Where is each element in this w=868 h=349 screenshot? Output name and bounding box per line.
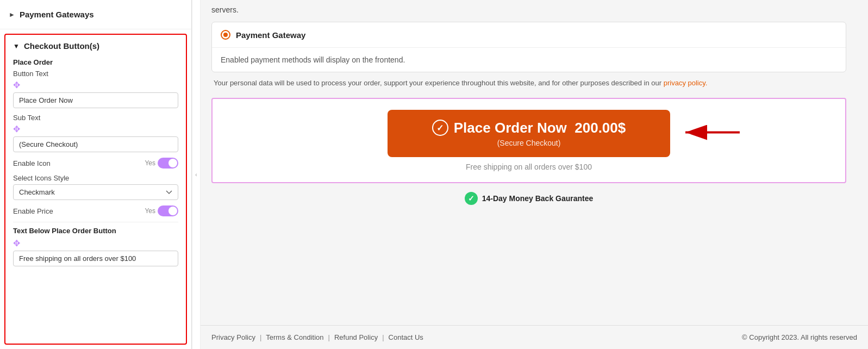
sidebar: ► Payment Gateways ▼ Checkout Button(s) … [0, 0, 192, 349]
text-below-title: Text Below Place Order Button [13, 227, 178, 235]
collapse-handle[interactable]: ‹ [192, 0, 201, 349]
money-back-text: 14-Day Money Back Gaurantee [482, 194, 594, 203]
privacy-link[interactable]: privacy policy. [664, 79, 708, 87]
enable-price-toggle[interactable]: Yes [145, 205, 178, 216]
drag-icon-2: ✥ [13, 124, 20, 134]
place-order-subtext: (Secure Checkout) [497, 139, 561, 147]
sub-text-input[interactable] [13, 136, 178, 152]
collapse-icon: ‹ [195, 172, 197, 178]
enable-price-switch[interactable] [158, 205, 178, 216]
footer: Privacy Policy | Terms & Condition | Ref… [201, 325, 868, 349]
green-check-icon: ✓ [465, 192, 478, 205]
enable-price-row: Enable Price Yes [13, 205, 178, 216]
radio-orange[interactable] [221, 30, 230, 40]
contact-us-link[interactable]: Contact Us [389, 333, 423, 341]
refund-policy-link[interactable]: Refund Policy [334, 333, 378, 341]
text-below-section: Text Below Place Order Button ✥ [13, 227, 178, 272]
enable-icon-toggle[interactable]: Yes [145, 158, 178, 169]
btn-wrapper: ✓ Place Order Now 200.00$ (Secure Checko… [388, 110, 670, 157]
sub-text-label: Sub Text [13, 114, 178, 122]
sep-3: | [382, 333, 384, 341]
personal-data-text: Your personal data will be used to proce… [211, 78, 846, 89]
enable-price-yes: Yes [145, 207, 155, 215]
place-order-label: Place Order [13, 58, 178, 66]
money-back-guarantee: ✓ 14-Day Money Back Gaurantee [211, 192, 846, 205]
free-shipping-text: Free shipping on all orders over $100 [466, 163, 592, 171]
place-order-main: ✓ Place Order Now 200.00$ [432, 120, 626, 136]
preview-area: ✓ Place Order Now 200.00$ (Secure Checko… [211, 98, 846, 183]
drag-icon: ✥ [13, 80, 20, 90]
enable-icon-row: Enable Icon Yes [13, 158, 178, 169]
place-order-text: Place Order Now 200.00$ [454, 120, 626, 136]
payment-gateways-header[interactable]: ► Payment Gateways [0, 0, 191, 29]
terms-condition-link[interactable]: Terms & Condition [266, 333, 323, 341]
footer-links: Privacy Policy | Terms & Condition | Ref… [211, 333, 423, 341]
arrow-down-icon: ▼ [13, 42, 20, 50]
arrow-indicator [681, 123, 741, 144]
sep-2: | [328, 333, 330, 341]
enable-price-label: Enable Price [13, 207, 53, 215]
button-text-label: Button Text [13, 70, 178, 78]
divider [13, 222, 178, 222]
pg-title: Payment Gateway [236, 30, 305, 40]
privacy-policy-link[interactable]: Privacy Policy [211, 333, 255, 341]
place-order-button[interactable]: ✓ Place Order Now 200.00$ (Secure Checko… [388, 110, 670, 157]
checkmark-icon: ✓ [432, 120, 448, 136]
checkout-section: ▼ Checkout Button(s) Place Order Button … [4, 34, 187, 345]
checkout-section-title: ▼ Checkout Button(s) [13, 41, 178, 51]
drag-icon-3: ✥ [13, 238, 20, 248]
pg-header: Payment Gateway [212, 22, 846, 48]
red-arrow-svg [681, 123, 741, 142]
button-text-input[interactable] [13, 92, 178, 108]
text-below-input[interactable] [13, 251, 178, 266]
enable-icon-yes: Yes [145, 159, 155, 167]
select-icons-label: Select Icons Style [13, 174, 178, 182]
footer-copyright: © Copyright 2023. All rights reserved [742, 333, 857, 341]
select-icons-dropdown[interactable]: Checkmark Arrow Lock [13, 184, 178, 200]
enable-icon-switch[interactable] [158, 158, 178, 169]
pg-desc: Enabled payment methods will display on … [212, 48, 846, 72]
sep-1: | [260, 333, 261, 341]
arrow-right-icon: ► [9, 11, 15, 18]
servers-text: servers. [211, 0, 846, 22]
payment-gateways-label: Payment Gateways [20, 10, 94, 19]
payment-gateway-box: Payment Gateway Enabled payment methods … [211, 22, 846, 72]
enable-icon-label: Enable Icon [13, 159, 51, 167]
main-content: servers. Payment Gateway Enabled payment… [201, 0, 868, 349]
select-icons-row: Select Icons Style Checkmark Arrow Lock [13, 174, 178, 200]
main-inner: servers. Payment Gateway Enabled payment… [201, 0, 868, 325]
